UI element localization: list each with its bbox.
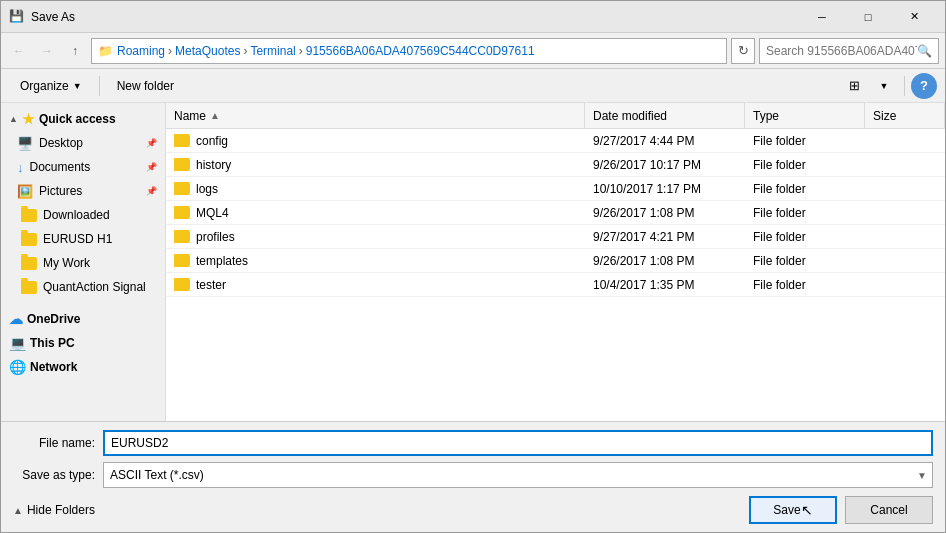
sidebar-item-pictures[interactable]: 🖼️ Pictures 📌 bbox=[1, 179, 165, 203]
file-date: 9/26/2017 10:17 PM bbox=[585, 158, 745, 172]
folder-icon-mywork bbox=[21, 257, 37, 270]
window-controls: ─ □ ✕ bbox=[799, 1, 937, 33]
hide-folders-arrow-icon: ▲ bbox=[13, 505, 23, 516]
folder-icon-downloaded bbox=[21, 209, 37, 222]
sidebar-thispc-label: This PC bbox=[30, 336, 75, 350]
file-rows: config 9/27/2017 4:44 PM File folder his… bbox=[166, 129, 945, 297]
toolbar-sep-2 bbox=[904, 76, 905, 96]
title-bar: 💾 Save As ─ □ ✕ bbox=[1, 1, 945, 33]
sidebar-item-downloaded[interactable]: Downloaded bbox=[1, 203, 165, 227]
folder-icon bbox=[174, 134, 190, 147]
folder-icon bbox=[174, 158, 190, 171]
search-input[interactable] bbox=[766, 44, 917, 58]
view-dropdown-button[interactable]: ▼ bbox=[870, 73, 898, 99]
folder-icon bbox=[174, 230, 190, 243]
breadcrumb-metaquotes[interactable]: MetaQuotes bbox=[175, 44, 240, 58]
sidebar-downloaded-label: Downloaded bbox=[43, 208, 110, 222]
search-box[interactable]: 🔍 bbox=[759, 38, 939, 64]
hide-folders-label: Hide Folders bbox=[27, 503, 95, 517]
address-path[interactable]: 📁 Roaming › MetaQuotes › Terminal › 9155… bbox=[91, 38, 727, 64]
file-type: File folder bbox=[745, 206, 865, 220]
table-row[interactable]: profiles 9/27/2017 4:21 PM File folder bbox=[166, 225, 945, 249]
file-name: logs bbox=[196, 182, 218, 196]
breadcrumb-roaming[interactable]: Roaming bbox=[117, 44, 165, 58]
close-button[interactable]: ✕ bbox=[891, 1, 937, 33]
refresh-button[interactable]: ↻ bbox=[731, 38, 755, 64]
sidebar-item-desktop[interactable]: 🖥️ Desktop 📌 bbox=[1, 131, 165, 155]
file-name: tester bbox=[196, 278, 226, 292]
sidebar-item-eurusd[interactable]: EURUSD H1 bbox=[1, 227, 165, 251]
col-header-size[interactable]: Size bbox=[865, 103, 945, 128]
forward-button[interactable]: → bbox=[35, 39, 59, 63]
maximize-button[interactable]: □ bbox=[845, 1, 891, 33]
save-button[interactable]: Save ↖ bbox=[749, 496, 837, 524]
table-row[interactable]: config 9/27/2017 4:44 PM File folder bbox=[166, 129, 945, 153]
up-button[interactable]: ↑ bbox=[63, 39, 87, 63]
pictures-icon: 🖼️ bbox=[17, 184, 33, 199]
file-date: 10/4/2017 1:35 PM bbox=[585, 278, 745, 292]
sidebar-item-quantaction[interactable]: QuantAction Signal bbox=[1, 275, 165, 299]
sidebar-section-quick-access[interactable]: ▲ ★ Quick access bbox=[1, 107, 165, 131]
breadcrumb-icon: 📁 bbox=[98, 44, 113, 58]
file-date: 9/26/2017 1:08 PM bbox=[585, 206, 745, 220]
savetype-select[interactable]: ASCII Text (*.csv) CSV (*.csv) Text (*.t… bbox=[103, 462, 933, 488]
file-name: config bbox=[196, 134, 228, 148]
folder-icon bbox=[174, 254, 190, 267]
view-button[interactable]: ⊞ bbox=[840, 73, 868, 99]
toolbar-separator bbox=[99, 76, 100, 96]
pin-icon-desktop: 📌 bbox=[146, 138, 157, 148]
table-row[interactable]: history 9/26/2017 10:17 PM File folder bbox=[166, 153, 945, 177]
sidebar-quantaction-label: QuantAction Signal bbox=[43, 280, 146, 294]
table-row[interactable]: tester 10/4/2017 1:35 PM File folder bbox=[166, 273, 945, 297]
sidebar-documents-label: Documents bbox=[30, 160, 91, 174]
sidebar-section-thispc[interactable]: 💻 This PC bbox=[1, 331, 165, 355]
view-icon: ⊞ bbox=[849, 78, 860, 93]
search-icon: 🔍 bbox=[917, 44, 932, 58]
file-name: history bbox=[196, 158, 231, 172]
help-button[interactable]: ? bbox=[911, 73, 937, 99]
dialog-icon: 💾 bbox=[9, 9, 25, 25]
cancel-label: Cancel bbox=[870, 503, 907, 517]
col-header-type[interactable]: Type bbox=[745, 103, 865, 128]
cancel-button[interactable]: Cancel bbox=[845, 496, 933, 524]
organize-arrow-icon: ▼ bbox=[73, 81, 82, 91]
table-row[interactable]: templates 9/26/2017 1:08 PM File folder bbox=[166, 249, 945, 273]
folder-icon-quantaction bbox=[21, 281, 37, 294]
minimize-button[interactable]: ─ bbox=[799, 1, 845, 33]
table-row[interactable]: MQL4 9/26/2017 1:08 PM File folder bbox=[166, 201, 945, 225]
address-bar: ← → ↑ 📁 Roaming › MetaQuotes › Terminal … bbox=[1, 33, 945, 69]
table-row[interactable]: logs 10/10/2017 1:17 PM File folder bbox=[166, 177, 945, 201]
col-header-name[interactable]: Name ▲ bbox=[166, 103, 585, 128]
file-list-header: Name ▲ Date modified Type Size bbox=[166, 103, 945, 129]
quick-access-star-icon: ★ bbox=[22, 111, 35, 127]
sidebar-item-documents[interactable]: ↓ Documents 📌 bbox=[1, 155, 165, 179]
file-date: 10/10/2017 1:17 PM bbox=[585, 182, 745, 196]
documents-icon: ↓ bbox=[17, 160, 24, 175]
filename-input[interactable] bbox=[103, 430, 933, 456]
folder-icon bbox=[174, 182, 190, 195]
new-folder-button[interactable]: New folder bbox=[106, 73, 185, 99]
breadcrumb-hash[interactable]: 915566BA06ADA407569C544CC0D97611 bbox=[306, 44, 535, 58]
file-type: File folder bbox=[745, 134, 865, 148]
back-button[interactable]: ← bbox=[7, 39, 31, 63]
file-name: profiles bbox=[196, 230, 235, 244]
network-icon: 🌐 bbox=[9, 359, 26, 375]
sidebar-desktop-label: Desktop bbox=[39, 136, 83, 150]
sidebar-item-mywork[interactable]: My Work bbox=[1, 251, 165, 275]
breadcrumb-terminal[interactable]: Terminal bbox=[250, 44, 295, 58]
quick-access-arrow-icon: ▲ bbox=[9, 114, 18, 124]
sidebar-section-onedrive[interactable]: ☁ OneDrive bbox=[1, 307, 165, 331]
file-name: templates bbox=[196, 254, 248, 268]
file-type: File folder bbox=[745, 182, 865, 196]
col-type-label: Type bbox=[753, 109, 779, 123]
bottom-panel: File name: Save as type: ASCII Text (*.c… bbox=[1, 421, 945, 532]
col-header-date[interactable]: Date modified bbox=[585, 103, 745, 128]
toolbar: Organize ▼ New folder ⊞ ▼ ? bbox=[1, 69, 945, 103]
sidebar-onedrive-label: OneDrive bbox=[27, 312, 80, 326]
hide-folders-button[interactable]: ▲ Hide Folders bbox=[13, 503, 95, 517]
file-type: File folder bbox=[745, 158, 865, 172]
organize-button[interactable]: Organize ▼ bbox=[9, 73, 93, 99]
savetype-row: Save as type: ASCII Text (*.csv) CSV (*.… bbox=[13, 462, 933, 488]
sidebar-section-network[interactable]: 🌐 Network bbox=[1, 355, 165, 379]
sidebar-mywork-label: My Work bbox=[43, 256, 90, 270]
